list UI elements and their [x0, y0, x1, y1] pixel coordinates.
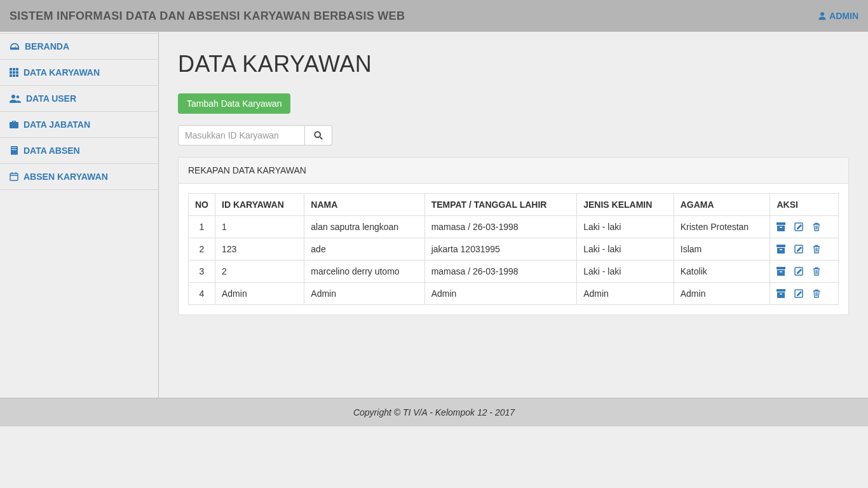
footer: Copyright © TI V/A - Kelompok 12 - 2017 — [0, 398, 868, 426]
app-title: SISTEM INFORMASI DATA DAN ABSENSI KARYAW… — [10, 10, 405, 23]
sidebar-item-data-absen[interactable]: DATA ABSEN — [0, 138, 158, 164]
edit-icon[interactable] — [794, 289, 803, 298]
add-karyawan-button[interactable]: Tambah Data Karyawan — [178, 93, 290, 114]
cell-jk: Laki - laki — [577, 238, 674, 261]
svg-rect-29 — [776, 289, 785, 292]
edit-icon[interactable] — [794, 245, 803, 254]
user-menu[interactable]: ADMIN — [818, 11, 858, 21]
svg-rect-25 — [776, 267, 785, 269]
svg-rect-26 — [777, 270, 785, 276]
sidebar-item-label: DATA USER — [26, 93, 76, 104]
user-label: ADMIN — [829, 11, 858, 21]
sidebar-item-label: ABSEN KARYAWAN — [24, 172, 108, 182]
col-jk: JENIS KELAMIN — [577, 194, 674, 216]
cell-id: Admin — [215, 283, 304, 305]
karyawan-table: NO ID KARYAWAN NAMA TEMPAT / TANGGAL LAH… — [188, 193, 839, 305]
grid-icon — [10, 68, 18, 77]
cell-aksi — [770, 283, 839, 305]
col-id: ID KARYAWAN — [215, 194, 304, 216]
footer-text: Copyright © TI V/A - Kelompok 12 - 2017 — [353, 407, 515, 417]
svg-point-15 — [315, 132, 320, 137]
cell-agama: Kristen Protestan — [674, 216, 770, 238]
cell-nama: marcelino derry utomo — [304, 261, 424, 283]
cell-no: 3 — [189, 261, 215, 283]
svg-rect-2 — [16, 68, 18, 71]
cell-no: 1 — [189, 216, 215, 238]
user-icon — [818, 11, 827, 20]
cell-aksi — [770, 238, 839, 261]
table-row: 32marcelino derry utomomamasa / 26-03-19… — [189, 261, 839, 283]
panel-title: REKAPAN DATA KARYAWAN — [179, 158, 848, 184]
edit-icon[interactable] — [794, 267, 803, 276]
cell-ttl: Admin — [424, 283, 577, 305]
svg-rect-17 — [776, 222, 785, 225]
cell-ttl: jakarta 12031995 — [424, 238, 577, 261]
svg-rect-31 — [780, 294, 782, 295]
trash-icon[interactable] — [812, 245, 821, 254]
sidebar-item-beranda[interactable]: BERANDA — [0, 33, 158, 60]
edit-icon[interactable] — [794, 222, 803, 231]
svg-rect-19 — [780, 227, 782, 228]
data-panel: REKAPAN DATA KARYAWAN NO ID KARYAWAN NAM… — [178, 157, 849, 315]
cell-agama: Islam — [674, 238, 770, 261]
cell-jk: Laki - laki — [577, 261, 674, 283]
trash-icon[interactable] — [812, 289, 821, 298]
calendar-icon — [10, 172, 18, 181]
svg-rect-23 — [780, 249, 782, 250]
svg-line-16 — [320, 137, 323, 140]
svg-point-10 — [17, 95, 20, 98]
book-icon — [10, 146, 18, 155]
cell-aksi — [770, 261, 839, 283]
svg-rect-3 — [10, 71, 12, 74]
col-agama: AGAMA — [674, 194, 770, 216]
trash-icon[interactable] — [812, 267, 821, 276]
sidebar-item-data-jabatan[interactable]: DATA JABATAN — [0, 112, 158, 138]
col-aksi: AKSI — [770, 194, 839, 216]
svg-rect-30 — [777, 292, 785, 298]
search-input[interactable] — [178, 125, 305, 146]
archive-icon[interactable] — [776, 267, 785, 276]
svg-rect-1 — [13, 68, 15, 71]
svg-rect-0 — [10, 68, 12, 71]
cell-no: 2 — [189, 238, 215, 261]
trash-icon[interactable] — [812, 222, 821, 231]
sidebar: BERANDA DATA KARYAWAN DATA USER DATA JAB… — [0, 32, 159, 398]
svg-rect-8 — [16, 74, 18, 77]
sidebar-item-label: DATA ABSEN — [24, 146, 80, 156]
sidebar-item-label: BERANDA — [25, 41, 69, 51]
svg-rect-4 — [13, 71, 15, 74]
cell-ttl: mamasa / 26-03-1998 — [424, 216, 577, 238]
briefcase-icon — [10, 120, 18, 129]
cell-nama: alan saputra lengkoan — [304, 216, 424, 238]
cell-aksi — [770, 216, 839, 238]
main-content: DATA KARYAWAN Tambah Data Karyawan REKAP… — [159, 32, 868, 398]
cell-jk: Admin — [577, 283, 674, 305]
archive-icon[interactable] — [776, 289, 785, 298]
table-row: 11alan saputra lengkoanmamasa / 26-03-19… — [189, 216, 839, 238]
svg-rect-11 — [10, 173, 18, 180]
col-ttl: TEMPAT / TANGGAL LAHIR — [424, 194, 577, 216]
svg-rect-18 — [777, 226, 785, 231]
archive-icon[interactable] — [776, 245, 785, 254]
svg-rect-27 — [780, 271, 782, 273]
cell-id: 123 — [215, 238, 304, 261]
sidebar-item-data-karyawan[interactable]: DATA KARYAWAN — [0, 60, 158, 86]
sidebar-item-absen-karyawan[interactable]: ABSEN KARYAWAN — [0, 164, 158, 190]
page-title: DATA KARYAWAN — [178, 51, 849, 78]
sidebar-item-label: DATA JABATAN — [24, 119, 90, 130]
cell-id: 1 — [215, 216, 304, 238]
archive-icon[interactable] — [776, 222, 785, 231]
svg-rect-6 — [10, 74, 12, 77]
cell-id: 2 — [215, 261, 304, 283]
search-icon — [314, 131, 323, 140]
cell-agama: Katolik — [674, 261, 770, 283]
svg-rect-7 — [13, 74, 15, 77]
sidebar-item-data-user[interactable]: DATA USER — [0, 86, 158, 112]
topbar: SISTEM INFORMASI DATA DAN ABSENSI KARYAW… — [0, 0, 868, 32]
search-button[interactable] — [305, 125, 332, 146]
sidebar-item-label: DATA KARYAWAN — [24, 67, 100, 78]
dashboard-icon — [10, 42, 20, 51]
svg-rect-21 — [776, 245, 785, 247]
svg-rect-22 — [777, 248, 785, 254]
table-row: 4AdminAdminAdminAdminAdmin — [189, 283, 839, 305]
